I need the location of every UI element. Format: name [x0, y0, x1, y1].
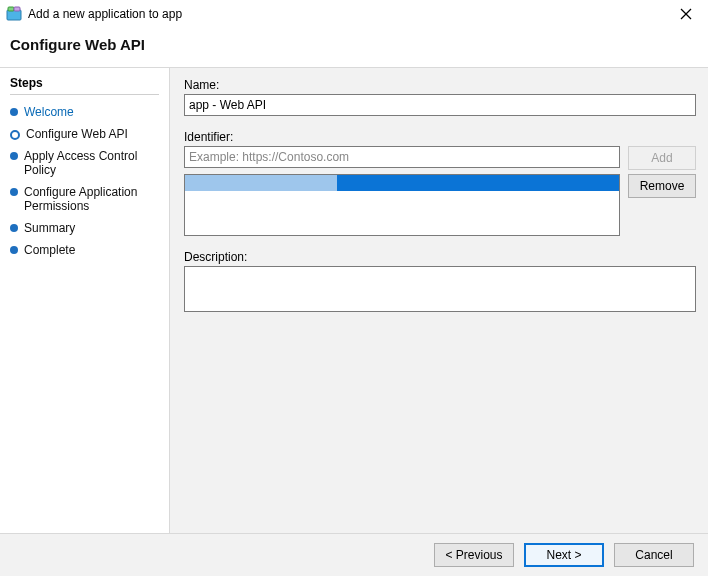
step-bullet-icon — [10, 246, 18, 254]
wizard-footer: < Previous Next > Cancel — [0, 533, 708, 576]
wizard-window: Add a new application to app Configure W… — [0, 0, 708, 576]
step-bullet-icon — [10, 224, 18, 232]
step-label: Configure Web API — [26, 127, 128, 141]
step-label: Summary — [24, 221, 75, 235]
close-icon — [680, 8, 692, 20]
description-label: Description: — [184, 250, 696, 264]
app-icon — [6, 6, 22, 22]
step-bullet-icon — [10, 188, 18, 196]
window-title: Add a new application to app — [28, 7, 672, 21]
wizard-body: Steps Welcome Configure Web API Apply Ac… — [0, 68, 708, 533]
steps-panel: Steps Welcome Configure Web API Apply Ac… — [0, 68, 170, 533]
steps-title: Steps — [10, 76, 159, 95]
cancel-button[interactable]: Cancel — [614, 543, 694, 567]
name-field-block: Name: — [184, 78, 696, 116]
identifier-list[interactable] — [184, 174, 620, 236]
step-item-welcome[interactable]: Welcome — [10, 101, 159, 123]
form-panel: Name: Identifier: Add Remove — [170, 68, 708, 533]
name-input[interactable] — [184, 94, 696, 116]
svg-rect-2 — [14, 7, 20, 11]
step-item-configure-web-api[interactable]: Configure Web API — [10, 123, 159, 145]
next-button[interactable]: Next > — [524, 543, 604, 567]
description-textarea[interactable] — [184, 266, 696, 312]
add-identifier-button[interactable]: Add — [628, 146, 696, 170]
close-button[interactable] — [672, 4, 700, 24]
identifier-list-item[interactable] — [185, 175, 619, 191]
identifier-field-block: Identifier: Add Remove — [184, 130, 696, 236]
step-item-summary[interactable]: Summary — [10, 217, 159, 239]
step-bullet-icon — [10, 152, 18, 160]
name-label: Name: — [184, 78, 696, 92]
step-bullet-icon — [10, 108, 18, 116]
identifier-label: Identifier: — [184, 130, 696, 144]
previous-button[interactable]: < Previous — [434, 543, 514, 567]
step-label: Apply Access Control Policy — [24, 149, 159, 177]
step-item-complete[interactable]: Complete — [10, 239, 159, 261]
page-heading: Configure Web API — [0, 28, 708, 68]
step-label: Welcome — [24, 105, 74, 119]
step-bullet-icon — [10, 130, 20, 140]
step-item-configure-application-permissions[interactable]: Configure Application Permissions — [10, 181, 159, 217]
remove-identifier-button[interactable]: Remove — [628, 174, 696, 198]
description-field-block: Description: — [184, 250, 696, 315]
step-label: Configure Application Permissions — [24, 185, 159, 213]
titlebar: Add a new application to app — [0, 0, 708, 28]
identifier-input[interactable] — [184, 146, 620, 168]
svg-rect-1 — [8, 7, 14, 11]
step-label: Complete — [24, 243, 75, 257]
step-item-apply-access-control-policy[interactable]: Apply Access Control Policy — [10, 145, 159, 181]
